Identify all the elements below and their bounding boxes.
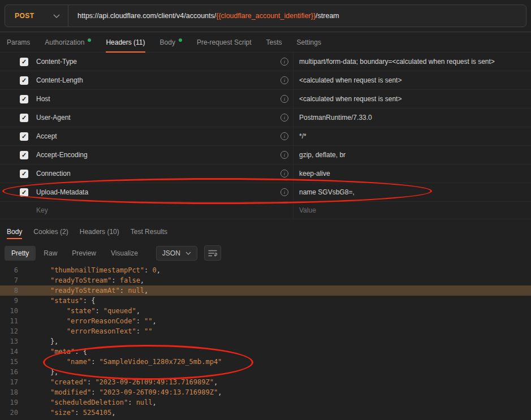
checkbox-cell: ✓ — [0, 164, 32, 183]
code-line-18: 18 "modified": "2023-09-26T09:49:13.7169… — [0, 387, 531, 397]
language-label: JSON — [162, 249, 180, 257]
info-icon: i — [280, 132, 288, 140]
response-tab-headers-10[interactable]: Headers (10) — [80, 220, 119, 243]
header-key[interactable]: Accept — [36, 132, 57, 140]
header-key[interactable]: Content-Length — [36, 76, 83, 84]
key-cell: Content-Length i — [32, 71, 293, 89]
response-tab-body[interactable]: Body — [7, 220, 22, 243]
request-tab-body[interactable]: Body — [160, 32, 182, 52]
code-line-7: 7 "readyToStream": false, — [0, 275, 531, 285]
header-value[interactable]: name SGVsbG8=, — [299, 188, 355, 196]
header-key[interactable]: Host — [36, 95, 50, 103]
new-header-value-input[interactable]: Value — [299, 206, 316, 214]
line-content: "thumbnailTimestampPct": 0, — [25, 265, 161, 275]
code-line-9: 9 "status": { — [0, 296, 531, 306]
tab-label: Params — [7, 38, 30, 46]
header-row-upload-metadata: ✓ Upload-Metadata i name SGVsbG8=, — [0, 183, 531, 202]
header-enabled-checkbox[interactable]: ✓ — [20, 170, 28, 178]
line-content: "status": { — [25, 296, 95, 306]
view-tab-preview[interactable]: Preview — [65, 246, 103, 261]
view-tab-raw[interactable]: Raw — [37, 246, 64, 261]
header-enabled-checkbox[interactable]: ✓ — [20, 58, 28, 66]
line-number: 20 — [0, 408, 25, 418]
header-key[interactable]: Content-Type — [36, 58, 77, 66]
line-content: "created": "2023-09-26T09:49:13.716989Z"… — [25, 377, 218, 387]
header-key[interactable]: User-Agent — [36, 114, 71, 122]
header-value[interactable]: keep-alive — [299, 170, 330, 177]
line-number: 11 — [0, 316, 25, 326]
url-input[interactable]: https://api.cloudflare.com/client/v4/acc… — [68, 12, 339, 20]
request-tab-pre-request-script[interactable]: Pre-request Script — [197, 32, 252, 52]
request-url-bar: POST https://api.cloudflare.com/client/v… — [5, 5, 526, 27]
header-value[interactable]: PostmanRuntime/7.33.0 — [299, 114, 372, 122]
line-number: 12 — [0, 326, 25, 336]
line-content: "readyToStream": false, — [25, 275, 144, 285]
checkbox-cell: ✓ — [0, 146, 32, 164]
header-value[interactable]: */* — [299, 132, 306, 140]
line-number: 17 — [0, 377, 25, 387]
header-value[interactable]: <calculated when request is sent> — [299, 76, 402, 84]
request-tab-tests[interactable]: Tests — [266, 32, 282, 52]
line-number: 8 — [0, 285, 25, 296]
header-row-accept-encoding: ✓ Accept-Encoding i gzip, deflate, br — [0, 146, 531, 164]
line-number: 15 — [0, 357, 25, 367]
line-content: "scheduledDeletion": null, — [25, 397, 157, 408]
line-content: "size": 5254105, — [25, 408, 116, 418]
response-tab-test-results[interactable]: Test Results — [131, 220, 167, 243]
code-line-10: 10 "state": "queued", — [0, 306, 531, 316]
info-icon: i — [280, 151, 288, 159]
key-cell: Connection i — [32, 164, 293, 183]
code-line-12: 12 "errorReasonText": "" — [0, 326, 531, 336]
header-key[interactable]: Upload-Metadata — [36, 188, 88, 196]
view-tab-pretty[interactable]: Pretty — [5, 246, 36, 261]
code-line-13: 13 }, — [0, 336, 531, 347]
line-number: 7 — [0, 275, 25, 285]
response-body-json: 6 "thumbnailTimestampPct": 0, 7 "readyTo… — [0, 265, 531, 418]
checkbox-cell: ✓ — [0, 127, 32, 145]
header-value[interactable]: <calculated when request is sent> — [299, 95, 402, 103]
header-enabled-checkbox[interactable]: ✓ — [20, 76, 28, 85]
method-dropdown[interactable]: POST — [5, 5, 68, 27]
tab-label: Pretty — [11, 249, 29, 257]
view-tab-visualize[interactable]: Visualize — [104, 246, 145, 261]
header-key[interactable]: Connection — [36, 170, 71, 177]
headers-rows: ✓ Content-Type i multipart/form-data; bo… — [0, 53, 531, 202]
value-cell: gzip, deflate, br — [293, 146, 531, 164]
language-dropdown[interactable]: JSON — [156, 246, 197, 261]
unsaved-changes-dot-icon — [179, 38, 182, 42]
header-enabled-checkbox[interactable]: ✓ — [20, 132, 28, 141]
request-tab-params[interactable]: Params — [7, 32, 30, 52]
wrap-text-button[interactable] — [204, 245, 221, 261]
new-header-key-input[interactable]: Key — [36, 206, 48, 214]
header-value[interactable]: gzip, deflate, br — [299, 151, 346, 159]
line-content: "errorReasonCode": "", — [25, 316, 157, 326]
header-enabled-checkbox[interactable]: ✓ — [20, 95, 28, 103]
info-icon: i — [280, 188, 288, 196]
key-cell: Upload-Metadata i — [32, 183, 293, 201]
header-enabled-checkbox[interactable]: ✓ — [20, 151, 28, 159]
tab-label: Raw — [44, 249, 57, 257]
header-row-accept: ✓ Accept i */* — [0, 127, 531, 146]
key-cell: Content-Type i — [32, 53, 293, 71]
key-cell: Host i — [32, 90, 293, 108]
header-enabled-checkbox[interactable]: ✓ — [20, 114, 28, 122]
line-content: "name": "SampleVideo_1280x720_5mb.mp4" — [25, 357, 222, 367]
header-row-content-type: ✓ Content-Type i multipart/form-data; bo… — [0, 53, 531, 71]
tab-label: Headers (10) — [80, 228, 119, 236]
tab-label: Preview — [72, 249, 96, 257]
code-line-20: 20 "size": 5254105, — [0, 408, 531, 418]
header-value[interactable]: multipart/form-data; boundary=<calculate… — [299, 58, 495, 66]
info-icon: i — [280, 76, 288, 84]
value-cell: keep-alive — [293, 164, 531, 183]
header-row-host: ✓ Host i <calculated when request is sen… — [0, 90, 531, 109]
header-enabled-checkbox[interactable]: ✓ — [20, 188, 28, 197]
response-tab-cookies-2[interactable]: Cookies (2) — [33, 220, 68, 243]
request-tab-authorization[interactable]: Authorization — [45, 32, 91, 52]
key-cell: Key — [32, 202, 293, 219]
info-icon: i — [280, 95, 288, 103]
request-tab-settings[interactable]: Settings — [297, 32, 321, 52]
line-content: "errorReasonText": "" — [25, 326, 153, 336]
request-tab-headers-11[interactable]: Headers (11) — [106, 32, 145, 52]
header-key[interactable]: Accept-Encoding — [36, 151, 88, 159]
line-number: 13 — [0, 336, 25, 347]
